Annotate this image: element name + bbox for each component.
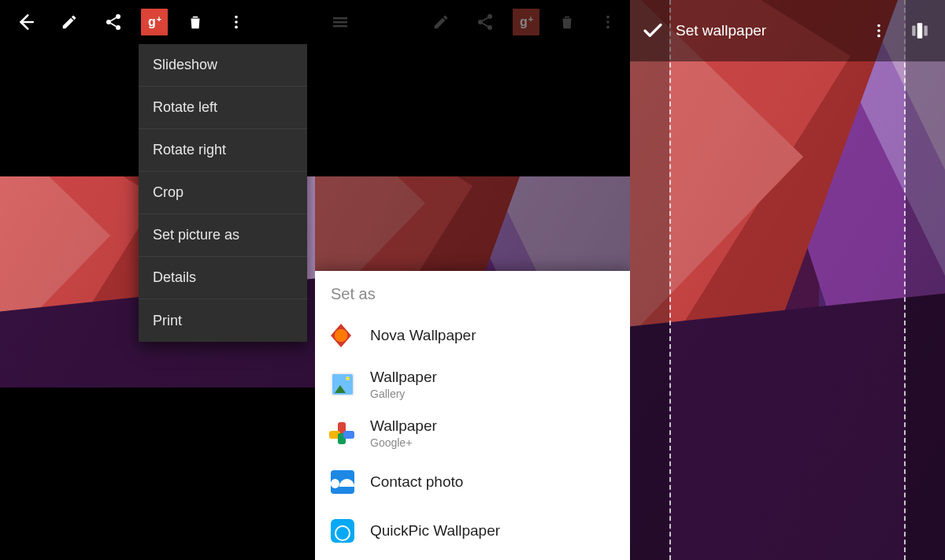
item-title: Wallpaper — [370, 369, 437, 386]
sheet-title: Set as — [315, 285, 630, 311]
wallpaper-preview[interactable] — [630, 0, 945, 560]
svg-rect-20 — [912, 26, 915, 36]
svg-point-18 — [877, 35, 880, 38]
set-wallpaper-button[interactable]: Set wallpaper — [636, 19, 860, 43]
edit-button[interactable] — [47, 0, 91, 44]
crop-mode-button[interactable] — [901, 9, 939, 53]
google-plus-button[interactable]: g+ — [135, 0, 173, 44]
menu-item-rotate-left[interactable]: Rotate left — [139, 87, 307, 129]
svg-rect-21 — [924, 26, 927, 36]
back-button[interactable] — [3, 0, 47, 44]
svg-point-6 — [235, 26, 238, 29]
screen-gallery-viewer: g+ Slideshow Rotate left Rotate right Cr… — [0, 0, 315, 560]
svg-point-5 — [235, 20, 238, 24]
svg-rect-19 — [917, 23, 923, 39]
item-title: QuickPic Wallpaper — [370, 522, 500, 540]
item-title: Contact photo — [370, 473, 463, 491]
item-title: Nova Wallpaper — [370, 327, 476, 344]
overflow-button[interactable] — [217, 0, 255, 44]
set-wallpaper-label: Set wallpaper — [676, 22, 766, 39]
menu-item-details[interactable]: Details — [139, 257, 307, 299]
svg-point-4 — [235, 16, 238, 19]
delete-button[interactable] — [173, 0, 217, 44]
item-subtitle: Google+ — [370, 436, 437, 449]
svg-point-17 — [877, 29, 880, 32]
gallery-icon — [331, 373, 354, 396]
set-as-contact-photo[interactable]: Contact photo — [315, 458, 630, 506]
svg-point-3 — [116, 25, 120, 30]
quickpic-icon — [331, 519, 354, 543]
gplus-icon: g+ — [141, 9, 168, 35]
menu-item-set-picture-as[interactable]: Set picture as — [139, 214, 307, 257]
contact-icon — [331, 470, 354, 494]
item-title: Wallpaper — [370, 417, 437, 435]
viewer-toolbar: g+ — [0, 0, 315, 44]
screen-wallpaper-cropper: Set wallpaper — [630, 0, 945, 560]
overflow-button[interactable] — [860, 9, 898, 53]
crop-outside-right — [906, 0, 945, 560]
item-subtitle: Gallery — [370, 388, 437, 400]
set-as-quickpic-wallpaper[interactable]: QuickPic Wallpaper — [315, 506, 630, 555]
set-as-sheet: Set as Nova Wallpaper Wallpaper Gallery … — [315, 271, 630, 560]
set-as-nova-wallpaper[interactable]: Nova Wallpaper — [315, 311, 630, 360]
google-plus-icon — [331, 422, 353, 444]
set-as-wallpaper-googleplus[interactable]: Wallpaper Google+ — [315, 409, 630, 458]
svg-point-1 — [116, 14, 120, 19]
crop-outside-left — [630, 0, 669, 560]
check-icon — [641, 19, 665, 43]
menu-item-crop[interactable]: Crop — [139, 172, 307, 214]
svg-point-16 — [877, 24, 880, 28]
cropper-toolbar: Set wallpaper — [630, 0, 945, 61]
menu-item-slideshow[interactable]: Slideshow — [139, 44, 307, 87]
screen-set-as-chooser: g+ Set as Nova Wallpaper Wallpaper — [315, 0, 630, 560]
nova-icon — [331, 324, 351, 347]
svg-point-2 — [106, 20, 111, 24]
menu-item-rotate-right[interactable]: Rotate right — [139, 129, 307, 172]
share-button[interactable] — [91, 0, 135, 44]
set-as-wallpaper-gallery[interactable]: Wallpaper Gallery — [315, 360, 630, 409]
overflow-menu: Slideshow Rotate left Rotate right Crop … — [139, 44, 307, 342]
crop-mode-icon — [910, 20, 930, 41]
menu-item-print[interactable]: Print — [139, 299, 307, 342]
